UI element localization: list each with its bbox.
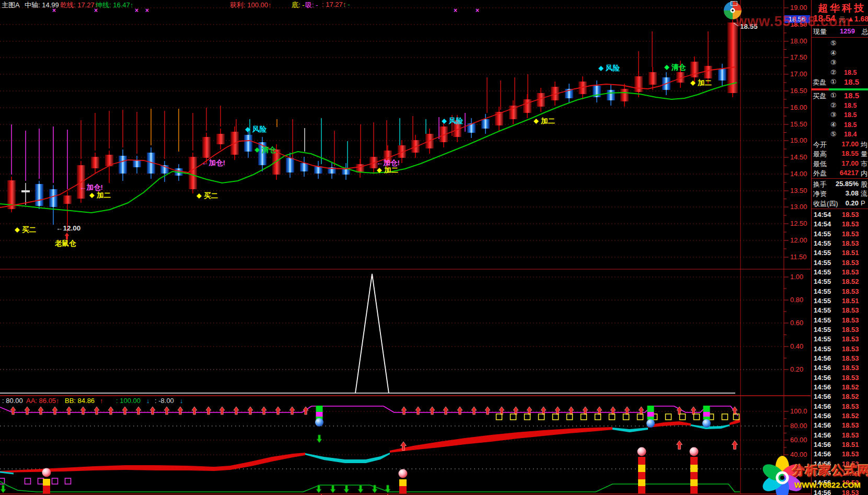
chart-canvas[interactable]: 买二←12.00老鼠仓←加仓!加二买二←加仓!风险清仓←加仓!加二风险加二风险清… (0, 0, 868, 495)
red-ball-icon (42, 468, 51, 477)
up-arrow-icon (150, 407, 155, 415)
blue-ball-icon (702, 419, 711, 428)
quote-field: 18.53 (842, 220, 859, 228)
up-arrow-icon (94, 407, 99, 415)
magenta-square-icon (52, 478, 58, 484)
down-arrow-icon (317, 435, 322, 443)
ma-red (0, 67, 736, 208)
red-ball-icon (399, 469, 408, 478)
up-arrow-icon (691, 407, 696, 415)
label: 16.50 (790, 87, 807, 95)
label: 风险 (252, 125, 267, 133)
quote-field: 14:56 (814, 374, 831, 382)
quote-field: 14:55 (814, 268, 831, 276)
quote-field: 17.00 (826, 140, 859, 148)
label: 13.50 (790, 187, 807, 194)
quote-field: ④ (830, 121, 837, 129)
divider (812, 37, 868, 38)
quote-field: 18.53 (842, 230, 859, 238)
label: 买二 (22, 226, 37, 234)
quote-field: 18.53 (842, 431, 859, 439)
candle-body (704, 66, 712, 78)
label: 0.60 (790, 319, 803, 327)
candle-body (189, 157, 197, 189)
quote-field: 买盘 (813, 91, 826, 101)
quote-field: 64217 (826, 169, 859, 177)
up-arrow-icon (290, 407, 295, 415)
label: 老鼠仓 (54, 239, 76, 247)
label: 风险 (448, 117, 464, 125)
quote-field: 18.53 (842, 316, 859, 324)
label: ←加仓! (79, 183, 103, 191)
yellow-square-icon (638, 414, 643, 420)
quote-field: 18.4 (844, 131, 857, 138)
quote-field: 17.00 (826, 159, 859, 167)
label: × (94, 7, 98, 14)
quote-field: 0.20 (826, 199, 859, 207)
striped-column (43, 486, 50, 493)
quote-field: 18.5 (844, 111, 857, 119)
quote-field: 18.5 (844, 121, 857, 129)
candle-body (91, 157, 99, 168)
yellow-square-icon (511, 414, 516, 420)
candle-body (35, 184, 43, 206)
up-arrow-icon (732, 441, 738, 450)
signal-diamond-icon (598, 66, 604, 71)
candle-body (49, 189, 57, 207)
quote-field: 18.53 (842, 489, 859, 495)
quote-field: 18.53 (842, 259, 859, 267)
quote-field: 18.53 (842, 345, 859, 353)
candle-body (300, 163, 308, 171)
quote-field: 18.51 (842, 297, 859, 305)
up-arrow-icon (513, 407, 518, 415)
trend-band (612, 428, 648, 432)
label: 0.20 (790, 365, 803, 373)
up-arrow-icon (192, 407, 197, 415)
up-arrow-icon (178, 407, 183, 415)
stack-green (316, 406, 323, 412)
stack-magenta (647, 412, 654, 417)
logo-url[interactable]: WWW.70822.COM (794, 480, 861, 489)
quote-field: ① (830, 78, 837, 86)
candle-body (63, 195, 72, 204)
label: 15.50 (790, 120, 807, 128)
label: ←加仓! (376, 159, 400, 167)
quote-field: ⑤ (830, 130, 837, 138)
signal-diamond-icon (89, 193, 95, 198)
quote-field: 净资 (813, 189, 827, 199)
quote-field: 14:56 (814, 489, 831, 495)
magenta-square-icon (65, 478, 71, 484)
quote-field: 18.53 (842, 239, 859, 247)
down-arrow-icon (330, 485, 335, 493)
label: 11.50 (790, 253, 807, 261)
label: 100.0 (790, 407, 807, 415)
down-arrow-icon (358, 485, 363, 493)
stack-green (703, 406, 710, 412)
quote-field: 14:55 (814, 278, 831, 285)
volume-label: 现量 (813, 27, 827, 37)
yellow-square-icon (567, 414, 573, 420)
candle-body (607, 90, 615, 100)
yellow-square-icon (722, 414, 728, 420)
quote-field: ④ (830, 49, 837, 57)
bottom-indicator-panel (0, 406, 740, 495)
up-arrow-icon (443, 407, 448, 415)
quote-field: 18.53 (842, 421, 859, 429)
yellow-square-icon (496, 414, 502, 420)
quote-field: 今开 (813, 140, 827, 149)
quote-field: 18.53 (842, 287, 859, 295)
yellow-square-icon (609, 414, 615, 420)
quote-field: 18.52 (842, 393, 859, 400)
quote-field: 14:55 (814, 316, 831, 324)
label: 1.00 (790, 273, 803, 281)
stack-magenta (316, 412, 323, 417)
up-arrow-icon (66, 407, 72, 415)
quote-field: ③ (830, 111, 837, 119)
quote-field: 18.53 (842, 268, 859, 276)
label: × (145, 7, 149, 14)
up-arrow-icon (457, 407, 462, 415)
yellow-square-icon (581, 414, 587, 420)
quote-field: ② (830, 101, 837, 109)
window-icon (731, 1, 737, 6)
label: 18.00 (790, 37, 807, 45)
